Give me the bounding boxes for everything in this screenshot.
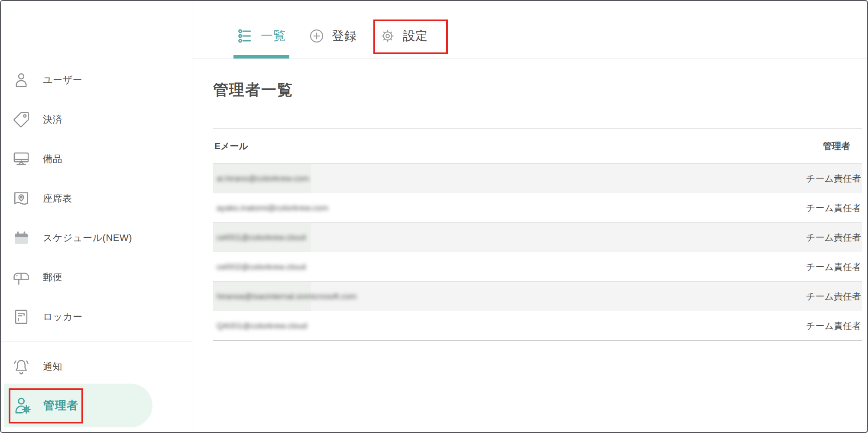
sidebar-item-label: 郵便: [43, 271, 62, 284]
admin-role: チーム責任者: [806, 320, 862, 332]
sidebar-item-calendar[interactable]: スケジュール(NEW): [1, 218, 192, 257]
app-window: ユーザー 決済 備品 座席表 スケジュール(NEW) 郵便 ロッカー 通知 管理…: [0, 0, 868, 433]
sidebar: ユーザー 決済 備品 座席表 スケジュール(NEW) 郵便 ロッカー 通知 管理…: [1, 1, 192, 432]
sidebar-item-admin-label: 管理者: [43, 398, 78, 413]
sidebar-item-label: 通知: [43, 360, 62, 373]
admin-email-blurred: cel002@colorkrew.cloud: [217, 262, 306, 272]
table-row[interactable]: QA001@colorkrew.cloud チーム責任者: [213, 311, 862, 341]
admin-role: チーム責任者: [806, 202, 862, 214]
admin-email-blurred: hiranoa@isacinternal.onmicrosoft.com: [217, 292, 356, 301]
main-area: 一覧 登録 設定 管理者一覧 Eメール 管理者 ai.hirano@co: [192, 1, 867, 432]
sidebar-item-monitor[interactable]: 備品: [1, 139, 192, 179]
table-header-row: Eメール 管理者: [213, 128, 862, 164]
tab-settings-label: 設定: [403, 28, 428, 44]
sidebar-item-mailbox[interactable]: 郵便: [1, 257, 192, 297]
table-row[interactable]: cel001@colorkrew.cloud チーム責任者: [213, 223, 862, 252]
user-icon: [12, 71, 30, 89]
email-cell: ai.hirano@colorkrew.com: [213, 164, 311, 193]
monitor-icon: [12, 150, 30, 168]
list-icon: [237, 28, 253, 44]
admin-email-blurred: QA001@colorkrew.cloud: [217, 321, 307, 331]
content-area: 管理者一覧 Eメール 管理者 ai.hirano@colorkrew.com チ…: [192, 59, 867, 341]
admin-role: チーム責任者: [806, 290, 862, 303]
email-cell: cel001@colorkrew.cloud: [213, 223, 311, 252]
admin-email-blurred: ai.hirano@colorkrew.com: [217, 174, 309, 183]
sidebar-item-seatmap[interactable]: 座席表: [1, 179, 192, 218]
sidebar-item-label: 座席表: [43, 192, 72, 205]
email-cell: cel002@colorkrew.cloud: [213, 252, 311, 281]
sidebar-item-bell[interactable]: 通知: [1, 347, 192, 386]
table-row[interactable]: hiranoa@isacinternal.onmicrosoft.com チーム…: [213, 282, 862, 311]
tab-list[interactable]: 一覧: [233, 13, 289, 59]
tab-list-label: 一覧: [261, 28, 286, 44]
tag-icon: [12, 111, 30, 129]
locker-icon: [12, 308, 30, 326]
email-cell: QA001@colorkrew.cloud: [213, 311, 311, 340]
sidebar-item-locker[interactable]: ロッカー: [1, 297, 192, 336]
tab-bar: 一覧 登録 設定: [192, 1, 867, 59]
sidebar-item-tag[interactable]: 決済: [1, 100, 192, 139]
email-cell: ayako.inatomi@colorkrew.com: [213, 193, 311, 222]
sidebar-nav-bottom: 通知: [1, 342, 192, 386]
calendar-icon: [12, 229, 30, 247]
sidebar-item-admin[interactable]: 管理者: [4, 384, 152, 427]
admin-role: チーム責任者: [806, 261, 862, 273]
sidebar-item-label: ロッカー: [43, 310, 83, 323]
admin-table: Eメール 管理者 ai.hirano@colorkrew.com チーム責任者 …: [213, 128, 862, 341]
email-cell: hiranoa@isacinternal.onmicrosoft.com: [213, 282, 311, 311]
admin-role: チーム責任者: [806, 173, 862, 185]
sidebar-item-label: スケジュール(NEW): [43, 231, 132, 244]
admin-email-blurred: ayako.inatomi@colorkrew.com: [217, 203, 328, 213]
tab-register-label: 登録: [332, 28, 357, 44]
plus-circle-icon: [309, 28, 324, 44]
table-row[interactable]: ai.hirano@colorkrew.com チーム責任者: [213, 164, 862, 193]
table-body: ai.hirano@colorkrew.com チーム責任者 ayako.ina…: [213, 164, 862, 341]
sidebar-item-label: ユーザー: [43, 74, 82, 87]
seatmap-icon: [12, 189, 30, 208]
tab-register[interactable]: 登録: [305, 13, 360, 59]
column-header-admin: 管理者: [823, 140, 862, 152]
bell-icon: [12, 358, 30, 376]
table-row[interactable]: ayako.inatomi@colorkrew.com チーム責任者: [213, 193, 862, 223]
gear-icon: [380, 28, 395, 44]
sidebar-item-label: 備品: [43, 153, 62, 166]
tab-settings[interactable]: 設定: [376, 13, 431, 59]
column-header-email: Eメール: [213, 140, 248, 152]
table-row[interactable]: cel002@colorkrew.cloud チーム責任者: [213, 252, 862, 282]
admin-email-blurred: cel001@colorkrew.cloud: [217, 233, 306, 242]
mailbox-icon: [12, 268, 30, 286]
sidebar-item-label: 決済: [43, 113, 62, 126]
admin-role: チーム責任者: [806, 231, 862, 244]
page-title: 管理者一覧: [213, 81, 862, 99]
sidebar-item-user[interactable]: ユーザー: [1, 60, 192, 100]
person-gear-icon: [12, 395, 32, 416]
sidebar-nav: ユーザー 決済 備品 座席表 スケジュール(NEW) 郵便 ロッカー: [1, 1, 192, 336]
